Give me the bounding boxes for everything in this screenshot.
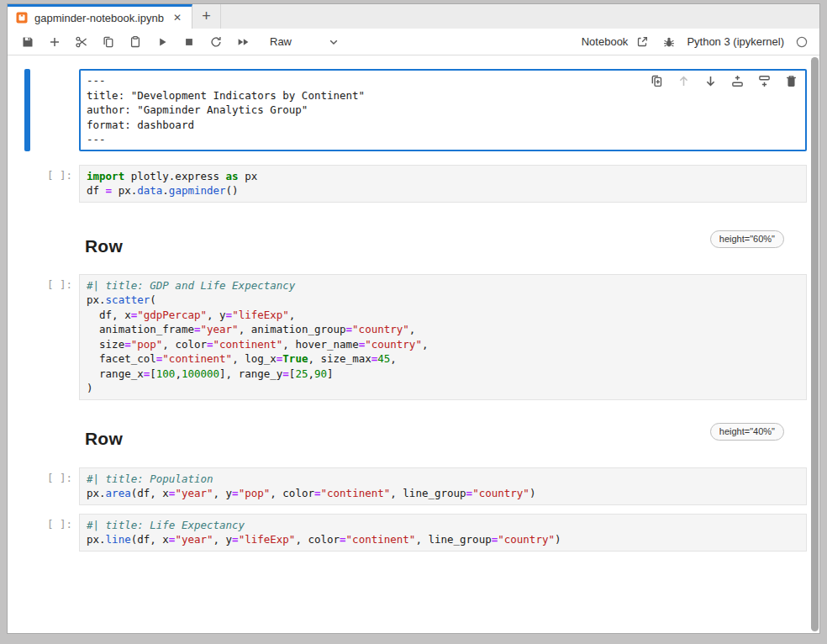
cell-editor[interactable]: #| title: Populationpx.area(df, x="year"… — [79, 467, 807, 505]
code-line: #| title: GDP and Life Expectancy — [87, 278, 803, 293]
code-cell: [ ]:#| title: Life Expectancypx.line(df,… — [8, 514, 807, 552]
copy-cells-button[interactable] — [97, 32, 120, 52]
code-line: px.scatter( — [87, 293, 803, 308]
insert-above-icon — [730, 74, 745, 92]
run-icon — [155, 35, 169, 49]
insert-below-icon — [757, 74, 772, 92]
code-line: px.area(df, x="year", y="pop", color="co… — [87, 486, 803, 501]
cell-editor[interactable]: #| title: Life Expectancypx.line(df, x="… — [79, 514, 807, 552]
trash-icon — [784, 74, 798, 92]
markdown-cell-rendered: Rowheight="60%" — [85, 230, 784, 256]
insert-cell-below-button[interactable] — [757, 76, 772, 90]
debugger-bug-icon[interactable] — [660, 33, 678, 51]
tab-bar: gapminder-notebook.ipynb ✕ + — [8, 4, 819, 29]
cell-type-dropdown[interactable]: Raw — [270, 35, 340, 49]
delete-cell-button[interactable] — [784, 76, 798, 90]
run-cell-button[interactable] — [150, 32, 174, 52]
code-line: df, x="gdpPercap", y="lifeExp", — [87, 308, 803, 323]
code-line: #| title: Life Expectancy — [87, 518, 803, 533]
restart-kernel-button[interactable] — [204, 32, 228, 52]
code-line: #| title: Population — [87, 472, 803, 487]
save-notebook-button[interactable] — [16, 32, 40, 52]
insert-cell-button[interactable] — [43, 32, 66, 52]
tab-close-icon[interactable]: ✕ — [171, 11, 183, 24]
notebook-file-icon — [15, 11, 29, 24]
restart-run-all-button[interactable] — [231, 32, 255, 52]
tab-title: gapminder-notebook.ipynb — [34, 12, 164, 24]
code-line: title: "Development Indicators by Contin… — [87, 88, 802, 103]
active-cell-indicator[interactable] — [24, 69, 30, 151]
code-line: ) — [87, 381, 803, 396]
code-line: --- — [87, 132, 802, 147]
notebook-toolbar: Raw Notebook Python 3 (ipykernel) — [8, 29, 819, 55]
paste-cells-button[interactable] — [124, 32, 147, 52]
kernel-name[interactable]: Python 3 (ipykernel) — [687, 35, 784, 48]
markdown-cell-rendered: Rowheight="40%" — [85, 423, 784, 449]
code-line: facet_col="continent", log_x=True, size_… — [87, 351, 803, 367]
tab-gapminder-notebook[interactable]: gapminder-notebook.ipynb ✕ — [8, 4, 192, 29]
notebook-mode-label: Notebook — [582, 35, 629, 48]
code-cell: [ ]:#| title: Populationpx.area(df, x="y… — [8, 467, 807, 505]
open-in-new-window-button[interactable] — [633, 33, 651, 51]
cell-editor[interactable]: import plotly.express as pxdf = px.data.… — [79, 165, 807, 203]
move-cell-down-button[interactable] — [703, 76, 718, 90]
jupyterlab-window: gapminder-notebook.ipynb ✕ + Raw Noteboo… — [7, 3, 820, 634]
duplicate-icon — [650, 74, 664, 92]
cells: ---title: "Development Indicators by Con… — [8, 69, 819, 565]
code-line: size="pop", color="continent", hover_nam… — [87, 337, 803, 352]
code-line: df = px.data.gapminder() — [87, 183, 803, 198]
cell-type-value: Raw — [270, 35, 292, 48]
vertical-scrollbar[interactable] — [810, 55, 819, 633]
code-cell: [ ]:import plotly.express as pxdf = px.d… — [8, 165, 807, 203]
duplicate-cell-button[interactable] — [650, 76, 664, 90]
code-line: import plotly.express as px — [87, 169, 803, 184]
paste-icon — [129, 35, 142, 49]
code-line: px.line(df, x="year", y="lifeExp", color… — [87, 532, 803, 547]
save-icon — [21, 35, 34, 49]
window-frame: gapminder-notebook.ipynb ✕ + Raw Noteboo… — [0, 0, 827, 644]
copy-icon — [102, 35, 115, 49]
cut-cells-button[interactable] — [70, 32, 93, 52]
code-line: range_x=[100,100000], range_y=[25,90] — [87, 367, 803, 382]
interrupt-kernel-button[interactable] — [177, 32, 201, 52]
cut-icon — [75, 35, 88, 49]
new-tab-button[interactable]: + — [192, 4, 221, 29]
cell-editor[interactable]: #| title: GDP and Life Expectancypx.scat… — [79, 274, 807, 400]
fast-forward-icon — [236, 35, 250, 49]
cell-toolbar — [650, 76, 798, 90]
arrow-up-icon — [677, 74, 691, 92]
cell-input-prompt: [ ]: — [8, 274, 79, 400]
cell-editor[interactable]: ---title: "Development Indicators by Con… — [79, 69, 807, 151]
add-icon — [48, 35, 61, 49]
code-cell: [ ]:#| title: GDP and Life Expectancypx.… — [8, 274, 807, 400]
stop-icon — [182, 35, 196, 49]
raw-cell: ---title: "Development Indicators by Con… — [8, 69, 807, 151]
cell-input-prompt — [8, 69, 79, 151]
insert-cell-above-button[interactable] — [730, 76, 745, 90]
arrow-down-icon — [703, 74, 718, 92]
code-line: animation_frame="year", animation_group=… — [87, 322, 803, 337]
height-attribute-badge: height="60%" — [710, 230, 784, 248]
cell-input-prompt: [ ]: — [8, 514, 79, 552]
toolbar-right-group: Notebook Python 3 (ipykernel) — [582, 33, 811, 51]
cell-input-prompt: [ ]: — [8, 467, 79, 505]
row-heading: Row — [85, 423, 123, 449]
move-cell-up-button — [677, 76, 691, 90]
restart-icon — [209, 35, 223, 49]
cell-input-prompt: [ ]: — [8, 165, 79, 203]
row-heading: Row — [85, 230, 123, 256]
height-attribute-badge: height="40%" — [710, 423, 784, 441]
chevron-down-icon — [327, 35, 340, 49]
code-line: author: "Gapminder Analytics Group" — [87, 103, 802, 118]
notebook-panel: ---title: "Development Indicators by Con… — [8, 55, 819, 633]
scrollbar-thumb[interactable] — [811, 57, 819, 631]
code-line: format: dashboard — [87, 118, 802, 133]
kernel-status-icon[interactable] — [793, 33, 811, 51]
